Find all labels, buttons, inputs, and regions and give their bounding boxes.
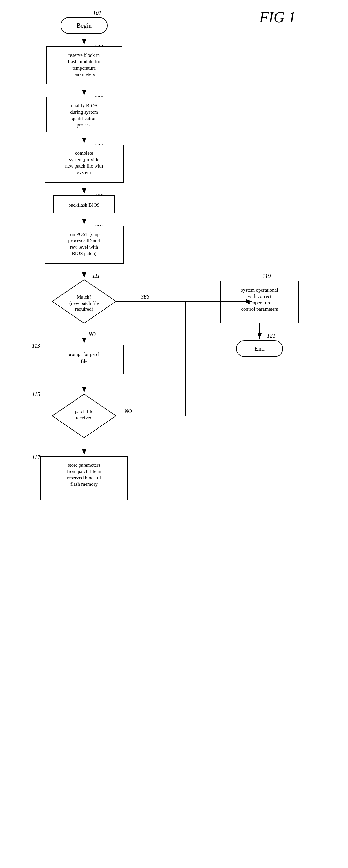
label-110: 110 — [94, 224, 103, 230]
svg-rect-5 — [47, 97, 122, 132]
label-115: 115 — [32, 391, 40, 398]
node-103-line2: flash module for — [68, 59, 100, 64]
label-113: 113 — [32, 343, 40, 349]
svg-rect-24 — [40, 457, 127, 500]
no-label-1: NO — [88, 332, 96, 337]
svg-rect-3 — [47, 46, 122, 84]
node-107-line4: system — [77, 169, 91, 175]
node-111-line3: required) — [75, 306, 93, 312]
svg-rect-11 — [45, 226, 123, 264]
node-119-line3: temperature — [248, 300, 271, 306]
no-label-2: NO — [124, 408, 132, 414]
node-105-line3: qualification — [71, 116, 96, 121]
node-115-shape — [52, 394, 116, 438]
svg-rect-16 — [236, 341, 283, 357]
label-101: 101 — [93, 10, 102, 16]
svg-rect-9 — [54, 196, 115, 213]
node-110-line2: procesor ID and — [68, 238, 100, 243]
node-107-line2: system;provide — [69, 157, 99, 162]
page: FIG 1 Begin 101 103 reserve block in fla… — [0, 0, 348, 868]
node-121-text: End — [254, 345, 264, 352]
node-119-line1: system operational — [241, 287, 278, 293]
svg-rect-18 — [45, 345, 123, 374]
label-107: 107 — [94, 143, 103, 149]
node-111-shape — [52, 280, 116, 323]
node-103-line4: parameters — [74, 71, 95, 77]
node-111-line1: Match? — [77, 294, 92, 300]
node-103-line1: reserve block in — [68, 53, 100, 58]
node-105-line1: qualify BIOS — [71, 103, 97, 108]
node-107-line3: new patch file with — [65, 163, 103, 169]
svg-rect-14 — [221, 281, 299, 323]
node-113-line1: prompt for patch — [67, 351, 101, 357]
node-119-line4: control parameters — [241, 306, 278, 312]
label-121: 121 — [267, 333, 276, 339]
node-119-line2: with correct — [248, 293, 271, 299]
node-117-line3: reserved block of — [67, 475, 101, 480]
label-117: 117 — [32, 454, 40, 461]
label-111: 111 — [92, 272, 100, 279]
node-117-line1: store parameters — [68, 462, 100, 468]
node-101-text: Begin — [77, 22, 92, 29]
node-109-text: backflash BIOS — [68, 202, 100, 208]
node-110-line1: run POST (cmp — [68, 231, 99, 237]
label-103: 103 — [94, 43, 103, 50]
node-117-line4: flash memory — [70, 482, 98, 487]
node-107-line1: complete — [75, 150, 93, 156]
yes-label: YES — [141, 294, 149, 300]
figure-title: FIG 1 — [259, 9, 296, 26]
node-117-line2: from patch file in — [67, 469, 102, 474]
node-115-line1: patch file — [75, 409, 93, 414]
node-105-line2: during system — [70, 109, 98, 115]
label-109: 109 — [94, 193, 103, 200]
node-110-line3: rev. level with — [70, 244, 98, 250]
node-103-line3: temperature — [72, 65, 96, 71]
node-115-line2: received — [76, 415, 92, 421]
node-111-line2: (new patch file — [69, 301, 99, 306]
label-105: 105 — [94, 95, 103, 101]
label-119: 119 — [262, 273, 271, 279]
node-113-line2: file — [81, 359, 88, 364]
node-110-line4: BIOS patch) — [71, 251, 96, 256]
svg-rect-1 — [61, 18, 107, 34]
svg-rect-7 — [45, 145, 123, 183]
node-105-line4: process — [77, 122, 92, 127]
